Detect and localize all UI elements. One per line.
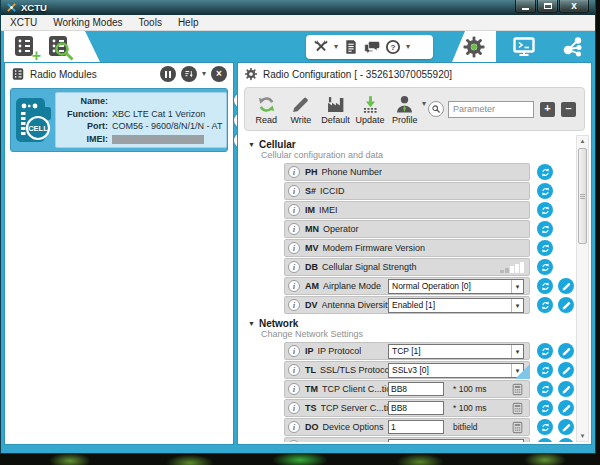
param-dropdown[interactable]: TCP [1]▾ [388, 344, 524, 359]
write-param-button[interactable] [558, 438, 574, 442]
write-param-button[interactable] [558, 278, 574, 294]
write-param-button[interactable] [558, 419, 574, 435]
add-radio-module-button[interactable]: + [12, 34, 38, 60]
param-input[interactable] [388, 382, 444, 396]
collapse-all-button[interactable]: – [561, 102, 576, 117]
calculator-icon[interactable] [511, 383, 524, 396]
param-bar[interactable]: iDBCellular Signal Strength [284, 258, 530, 276]
info-icon[interactable]: i [288, 345, 300, 357]
feedback-icon[interactable] [364, 39, 380, 55]
calculator-icon[interactable] [511, 402, 524, 415]
write-button[interactable]: Write [284, 94, 319, 125]
clear-modules-button[interactable]: × [211, 66, 227, 82]
help-icon[interactable] [385, 39, 401, 55]
param-dropdown[interactable]: Enabled [1]▾ [388, 298, 524, 313]
param-input[interactable] [388, 420, 444, 434]
menu-help[interactable]: Help [178, 17, 199, 28]
radio-module-card[interactable]: CELL Name: Function: XBC LTE Cat 1 Veriz… [10, 88, 228, 152]
param-bar[interactable]: iDODevice Optionsbitfield [284, 418, 530, 436]
vertical-scrollbar[interactable]: ▲ ▼ [576, 135, 589, 442]
frames-log-icon[interactable] [343, 39, 359, 55]
minimize-button[interactable] [515, 0, 536, 13]
scroll-down-icon[interactable]: ▼ [580, 431, 586, 441]
param-bar[interactable]: iMVModem Firmware Version [284, 239, 530, 257]
refresh-param-button[interactable] [537, 362, 553, 378]
refresh-param-button[interactable] [537, 221, 553, 237]
close-button[interactable]: x [559, 0, 589, 13]
tools-caret-icon[interactable]: ▾ [334, 43, 338, 51]
help-caret-icon[interactable]: ▾ [406, 43, 410, 51]
write-param-button[interactable] [558, 381, 574, 397]
info-icon[interactable]: i [288, 242, 300, 254]
param-bar[interactable]: iDVAntenna DiversityEnabled [1]▾ [284, 296, 530, 314]
param-bar[interactable]: iPHPhone Number [284, 163, 530, 181]
default-button[interactable]: Default [318, 94, 353, 125]
info-icon[interactable]: i [288, 421, 300, 433]
info-icon[interactable]: i [288, 166, 300, 178]
info-icon[interactable]: i [288, 440, 300, 442]
param-dropdown[interactable]: SSLv3 [0]▾ [388, 363, 524, 378]
scroll-up-icon[interactable]: ▲ [580, 136, 586, 146]
param-bar[interactable]: iMNOperator [284, 220, 530, 238]
param-input[interactable] [388, 401, 444, 415]
refresh-param-button[interactable] [537, 278, 553, 294]
profile-caret-icon[interactable]: ▾ [422, 100, 426, 108]
section-header[interactable]: ▼Network [248, 317, 575, 329]
param-bar[interactable]: iTSTCP Server C...tion Timeout* 100 ms [284, 399, 530, 417]
refresh-param-button[interactable] [537, 240, 553, 256]
info-icon[interactable]: i [288, 185, 300, 197]
refresh-param-button[interactable] [537, 400, 553, 416]
info-icon[interactable]: i [288, 299, 300, 311]
pause-discovery-button[interactable] [160, 66, 176, 82]
collapse-triangle-icon[interactable]: ▼ [248, 320, 255, 327]
param-dropdown[interactable]: Normal Operation [0]▾ [388, 279, 524, 294]
discover-radio-modules-button[interactable] [46, 34, 72, 60]
parameter-search-input[interactable] [448, 101, 534, 118]
info-icon[interactable]: i [288, 364, 300, 376]
menu-xctu[interactable]: XCTU [10, 17, 37, 28]
refresh-param-button[interactable] [537, 259, 553, 275]
menu-tools[interactable]: Tools [139, 17, 162, 28]
info-icon[interactable]: i [288, 402, 300, 414]
write-param-button[interactable] [558, 362, 574, 378]
sort-modules-button[interactable] [181, 66, 197, 82]
scrollbar-thumb[interactable] [578, 148, 587, 244]
refresh-param-button[interactable] [537, 183, 553, 199]
refresh-param-button[interactable] [537, 343, 553, 359]
collapse-triangle-icon[interactable]: ▼ [248, 141, 255, 148]
info-icon[interactable]: i [288, 223, 300, 235]
profile-button[interactable]: Profile [387, 94, 422, 125]
update-button[interactable]: Update [353, 94, 388, 125]
tab-configuration[interactable] [452, 31, 496, 62]
param-bar[interactable]: iTLSSL/TLS Protocol VersionSSLv3 [0]▾ [284, 361, 530, 379]
param-bar[interactable]: iS#ICCID [284, 182, 530, 200]
param-bar[interactable]: iIMIMEI [284, 201, 530, 219]
tab-network[interactable] [550, 31, 596, 62]
refresh-param-button[interactable] [537, 438, 553, 442]
param-bar[interactable]: iIPIP ProtocolTCP [1]▾ [284, 342, 530, 360]
refresh-param-button[interactable] [537, 164, 553, 180]
refresh-param-button[interactable] [537, 381, 553, 397]
info-icon[interactable]: i [288, 204, 300, 216]
calculator-icon[interactable] [511, 421, 524, 434]
refresh-param-button[interactable] [537, 297, 553, 313]
info-icon[interactable]: i [288, 261, 300, 273]
info-icon[interactable]: i [288, 280, 300, 292]
write-param-button[interactable] [558, 297, 574, 313]
param-input[interactable] [388, 439, 524, 442]
menu-working-modes[interactable]: Working Modes [53, 17, 122, 28]
read-button[interactable]: Read [249, 94, 284, 125]
tab-consoles[interactable] [501, 31, 547, 62]
refresh-param-button[interactable] [537, 202, 553, 218]
write-param-button[interactable] [558, 343, 574, 359]
param-bar[interactable]: iTMTCP Client C...tion Timeout* 100 ms [284, 380, 530, 398]
info-icon[interactable]: i [288, 383, 300, 395]
write-param-button[interactable] [558, 400, 574, 416]
param-bar[interactable]: iEQDevice Cloud FQDN [284, 437, 530, 442]
refresh-param-button[interactable] [537, 419, 553, 435]
sort-caret-icon[interactable]: ▾ [202, 70, 206, 78]
maximize-button[interactable] [537, 0, 558, 13]
section-header[interactable]: ▼Cellular [248, 138, 575, 150]
tools-icon[interactable] [313, 39, 329, 55]
expand-all-button[interactable]: + [540, 102, 555, 117]
